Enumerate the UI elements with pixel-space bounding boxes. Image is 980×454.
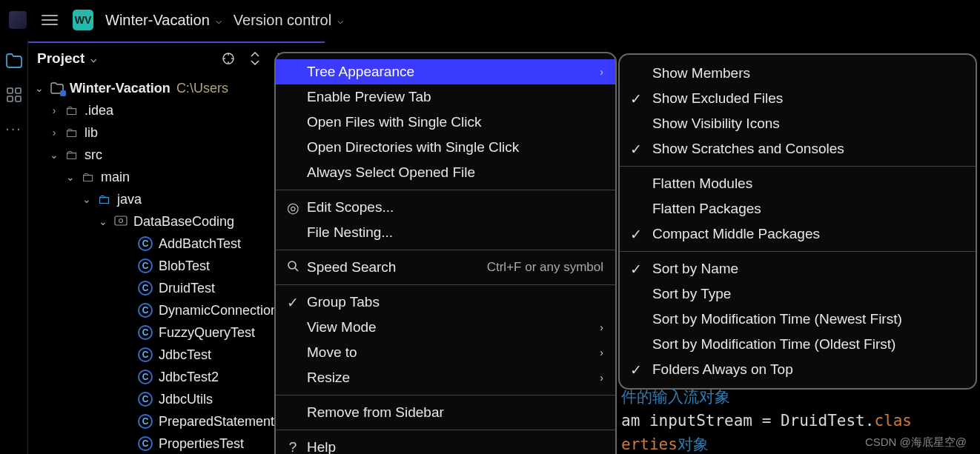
folder-label: main <box>101 170 130 185</box>
submenu-item-show-scratches[interactable]: ✓Show Scratches and Consoles <box>620 136 976 161</box>
project-tool-icon[interactable] <box>5 52 23 70</box>
submenu-item-show-excluded[interactable]: ✓Show Excluded Files <box>620 86 976 111</box>
submenu-item-folders-top[interactable]: ✓Folders Always on Top <box>620 357 976 382</box>
chevron-down-icon: ⌄ <box>34 82 44 94</box>
menu-label: Open Directories with Single Click <box>307 139 519 156</box>
folder-label: src <box>85 147 102 163</box>
menu-label: Sort by Type <box>652 286 731 302</box>
class-icon: C <box>138 392 153 407</box>
class-label: DruidTest <box>159 281 215 296</box>
menu-item-file-nesting[interactable]: File Nesting... <box>276 220 615 245</box>
folder-label: java <box>117 192 142 207</box>
check-icon: ✓ <box>630 361 642 378</box>
submenu-item-compact-middle[interactable]: ✓Compact Middle Packages <box>620 221 976 247</box>
class-label: PreparedStatement <box>159 414 274 430</box>
class-icon: C <box>138 303 153 318</box>
expand-all-icon[interactable] <box>248 51 262 66</box>
svg-rect-3 <box>16 96 21 101</box>
menu-shortcut: Ctrl+F or any symbol <box>487 260 603 275</box>
menu-label: Show Members <box>652 65 750 81</box>
check-icon: ✓ <box>630 261 642 278</box>
menu-label: Remove from Sidebar <box>307 404 444 421</box>
menu-item-enable-preview[interactable]: Enable Preview Tab <box>276 84 615 110</box>
svg-rect-0 <box>7 88 13 93</box>
menu-label: Compact Middle Packages <box>652 226 820 242</box>
project-options-menu: Tree Appearance › Enable Preview Tab Ope… <box>274 52 617 454</box>
class-icon: C <box>138 258 153 273</box>
menu-label: Resize <box>307 370 350 386</box>
project-panel-title: Project <box>37 50 85 67</box>
chevron-right-icon: › <box>49 104 59 116</box>
menu-item-remove-sidebar[interactable]: Remove from Sidebar <box>276 400 615 425</box>
project-panel-title-dropdown[interactable]: Project ⌵ <box>37 50 96 67</box>
menu-separator <box>276 190 615 190</box>
menu-item-move-to[interactable]: Move to › <box>276 340 615 365</box>
menu-item-speed-search[interactable]: Speed Search Ctrl+F or any symbol <box>276 255 615 280</box>
menu-label: View Mode <box>307 319 377 336</box>
project-name-label: Winter-Vacation <box>105 12 210 29</box>
menu-label: Speed Search <box>307 259 396 276</box>
menu-item-open-dirs-single[interactable]: Open Directories with Single Click <box>276 135 615 160</box>
class-icon: C <box>138 436 153 451</box>
menu-separator <box>620 166 976 167</box>
menu-item-edit-scopes[interactable]: ◎ Edit Scopes... <box>276 195 615 220</box>
project-badge: WV <box>73 10 93 30</box>
menu-item-view-mode[interactable]: View Mode › <box>276 315 615 340</box>
chevron-right-icon: › <box>600 347 603 358</box>
svg-point-11 <box>288 261 296 269</box>
submenu-item-sort-oldest[interactable]: Sort by Modification Time (Oldest First) <box>620 332 976 357</box>
menu-separator <box>620 251 976 252</box>
menu-separator <box>276 250 615 250</box>
menu-item-tree-appearance[interactable]: Tree Appearance › <box>276 59 615 84</box>
check-icon: ✓ <box>630 226 642 243</box>
select-opened-icon[interactable] <box>221 51 236 66</box>
chevron-right-icon: › <box>49 127 59 138</box>
left-rail: ··· <box>0 40 28 454</box>
root-name: Winter-Vacation <box>70 81 170 96</box>
more-tools-icon[interactable]: ··· <box>5 120 22 137</box>
package-label: DataBaseCoding <box>133 214 234 230</box>
submenu-item-sort-newest[interactable]: Sort by Modification Time (Newest First) <box>620 307 976 332</box>
package-icon <box>114 214 128 230</box>
root-path: C:\Users <box>176 81 228 96</box>
class-label: DynamicConnection <box>159 303 278 318</box>
menu-label: Tree Appearance <box>307 64 414 80</box>
class-label: FuzzyQueryTest <box>159 325 255 341</box>
menu-label: Open Files with Single Click <box>307 114 481 130</box>
scopes-icon: ◎ <box>285 199 301 216</box>
menu-label: Edit Scopes... <box>307 199 394 216</box>
code-comment: 件的输入流对象 <box>621 388 730 406</box>
chevron-right-icon: › <box>600 372 603 384</box>
code-text: am inputStream = DruidTest. <box>621 412 874 430</box>
main-menu-button[interactable] <box>39 12 61 28</box>
chevron-down-icon: ⌵ <box>337 14 343 26</box>
project-dropdown[interactable]: Winter-Vacation ⌵ <box>105 12 222 29</box>
folder-icon: 🗀 <box>65 125 79 141</box>
submenu-item-sort-type[interactable]: Sort by Type <box>620 281 976 307</box>
version-control-dropdown[interactable]: Version control ⌵ <box>234 12 343 29</box>
submenu-item-sort-name[interactable]: ✓Sort by Name <box>620 256 976 281</box>
submenu-item-show-visibility[interactable]: Show Visibility Icons <box>620 111 976 136</box>
svg-point-10 <box>119 218 123 222</box>
check-icon: ✓ <box>630 141 642 158</box>
chevron-down-icon: ⌄ <box>65 171 76 183</box>
submenu-item-flatten-modules[interactable]: Flatten Modules <box>620 171 976 196</box>
submenu-item-flatten-packages[interactable]: Flatten Packages <box>620 196 976 221</box>
class-label: JdbcTest2 <box>159 370 219 385</box>
code-keyword: clas <box>874 412 912 430</box>
menu-item-always-select[interactable]: Always Select Opened File <box>276 160 615 185</box>
menu-item-group-tabs[interactable]: ✓ Group Tabs <box>276 290 615 315</box>
menu-label: Enable Preview Tab <box>307 89 431 105</box>
structure-tool-icon[interactable] <box>5 86 23 104</box>
menu-item-help[interactable]: ? Help <box>276 435 615 454</box>
chevron-down-icon: ⌄ <box>98 216 108 227</box>
menu-label: Show Visibility Icons <box>652 116 780 132</box>
titlebar: WV Winter-Vacation ⌵ Version control ⌵ <box>0 0 980 40</box>
version-control-label: Version control <box>234 12 331 29</box>
menu-item-open-files-single[interactable]: Open Files with Single Click <box>276 110 615 135</box>
source-folder-icon: 🗀 <box>98 192 111 207</box>
menu-separator <box>276 284 615 285</box>
submenu-item-show-members[interactable]: Show Members <box>620 61 976 86</box>
chevron-right-icon: › <box>600 321 603 333</box>
menu-item-resize[interactable]: Resize › <box>276 365 615 390</box>
